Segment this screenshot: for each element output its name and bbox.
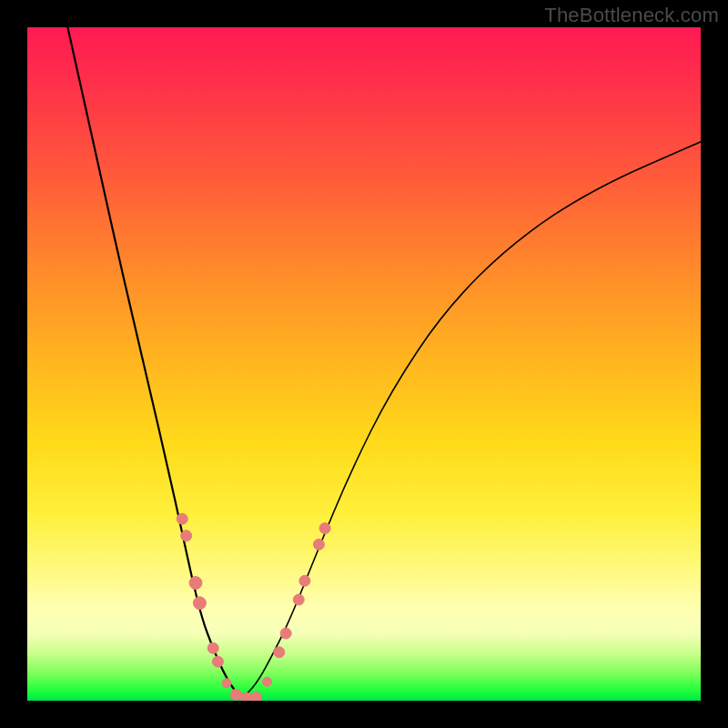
data-marker [274,647,285,658]
curve-right-branch [243,142,701,698]
data-marker [181,531,192,541]
curve-left-branch [67,27,242,698]
data-marker [193,597,206,610]
data-marker [177,513,187,524]
plot-area [27,27,701,701]
data-marker [207,642,218,653]
data-marker [262,677,271,686]
data-marker [299,575,310,586]
chart-svg [27,27,701,701]
marker-group [177,513,330,701]
data-marker [222,679,231,688]
data-marker [241,693,252,701]
data-marker [313,539,324,550]
data-marker [230,689,241,700]
data-marker [189,577,202,590]
attribution-text: TheBottleneck.com [544,4,719,27]
data-marker [212,656,223,667]
data-marker [251,692,262,701]
data-marker [293,594,304,605]
data-marker [319,523,330,534]
data-marker [280,628,291,639]
chart-frame: TheBottleneck.com [0,0,728,728]
